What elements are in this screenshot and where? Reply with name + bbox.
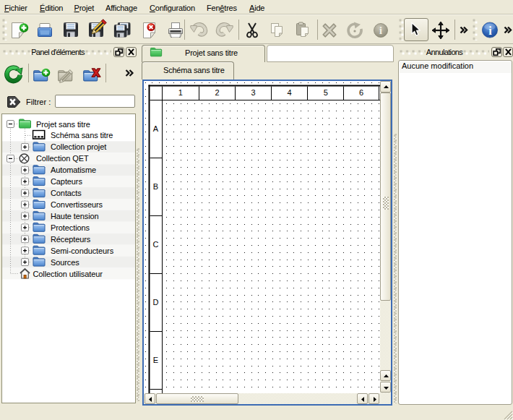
svg-text:Convertisseurs: Convertisseurs	[51, 200, 103, 209]
svg-text:B: B	[153, 182, 158, 191]
svg-text:Collection QET: Collection QET	[36, 154, 89, 163]
svg-text:2: 2	[215, 88, 219, 97]
svg-text:6: 6	[359, 88, 363, 97]
svg-text:Automatisme: Automatisme	[51, 166, 96, 174]
svg-text:Contacts: Contacts	[51, 189, 82, 197]
svg-text:1: 1	[178, 88, 183, 97]
svg-text:Sources: Sources	[51, 258, 79, 267]
svg-text:Haute tension: Haute tension	[51, 212, 99, 220]
svg-text:Capteurs: Capteurs	[51, 177, 82, 186]
svg-text:4: 4	[288, 88, 292, 97]
svg-text:A: A	[153, 124, 159, 133]
svg-text:Protections: Protections	[51, 223, 90, 232]
svg-text:Collection projet: Collection projet	[51, 142, 106, 151]
svg-text:D: D	[153, 298, 159, 307]
svg-text:i: i	[379, 25, 382, 36]
svg-text:Collection utilisateur: Collection utilisateur	[33, 270, 103, 278]
svg-text:E: E	[153, 356, 158, 364]
svg-text:Semi-conducteurs: Semi-conducteurs	[51, 247, 114, 255]
svg-text:5: 5	[324, 88, 328, 97]
svg-text:Projet sans titre: Projet sans titre	[36, 120, 90, 129]
svg-text:Schéma sans titre: Schéma sans titre	[51, 131, 113, 140]
svg-text:i: i	[488, 25, 492, 37]
svg-text:Récepteurs: Récepteurs	[51, 235, 91, 244]
svg-text:3: 3	[251, 88, 255, 97]
svg-text:C: C	[153, 240, 159, 249]
